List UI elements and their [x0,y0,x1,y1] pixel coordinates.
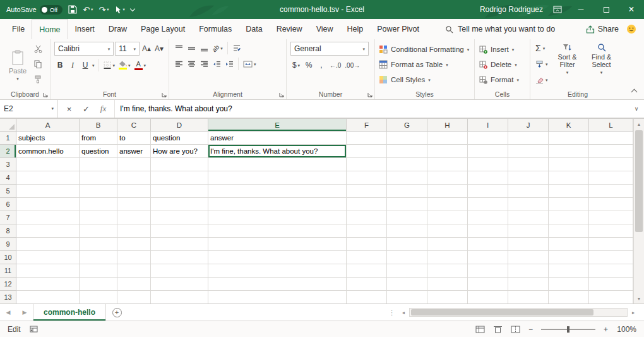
column-header-I[interactable]: I [468,119,508,132]
column-header-B[interactable]: B [80,119,117,132]
number-dialog-launcher-icon[interactable] [367,92,373,97]
undo-dropdown-icon[interactable]: ▾ [91,8,93,12]
row-header-9[interactable]: 9 [0,238,16,251]
cell-L4[interactable] [589,171,633,185]
increase-indent-button[interactable] [224,58,235,70]
cell-B7[interactable] [80,211,117,224]
cell-F6[interactable] [347,198,387,211]
vertical-scroll-track[interactable] [634,129,644,293]
cell-C6[interactable] [117,198,151,211]
cell-H12[interactable] [427,278,468,291]
cell-B13[interactable] [80,291,117,303]
cut-button[interactable] [34,44,42,56]
tab-help[interactable]: Help [340,19,371,39]
touch-mode-dropdown-icon[interactable]: ▾ [123,8,125,12]
tab-splitter-icon[interactable]: ⋮ [386,304,398,321]
zoom-slider[interactable] [541,329,595,330]
font-color-button[interactable]: A ▾ [133,59,148,71]
cancel-button[interactable]: × [61,104,78,114]
undo-button[interactable]: ↶ ▾ [83,6,93,14]
account-user-name[interactable]: Rodrigo Rodriguez [480,5,543,14]
cell-H13[interactable] [427,291,468,303]
cell-A5[interactable] [16,185,80,198]
tab-home[interactable]: Home [32,19,68,39]
conditional-formatting-button[interactable]: Conditional Formatting ▾ [379,42,470,56]
comma-style-button[interactable]: , [316,59,327,71]
cell-G12[interactable] [387,278,427,291]
cell-H3[interactable] [427,158,468,171]
cell-K3[interactable] [549,158,589,171]
cell-H4[interactable] [427,171,468,185]
cell-E3[interactable] [208,158,347,171]
scroll-left-icon[interactable]: ◂ [399,310,408,316]
cell-L8[interactable] [589,224,633,238]
tell-me-box[interactable]: Tell me what you want to do [445,19,555,39]
cell-B11[interactable] [80,264,117,278]
tab-file[interactable]: File [5,19,32,39]
cell-D8[interactable] [151,224,208,238]
cell-F8[interactable] [347,224,387,238]
cell-C13[interactable] [117,291,151,303]
cell-I6[interactable] [468,198,508,211]
cell-E6[interactable] [208,198,347,211]
format-as-table-button[interactable]: Format as Table ▾ [379,58,470,71]
cell-E1[interactable]: answer [208,132,347,145]
zoom-level[interactable]: 100% [616,325,636,334]
borders-button[interactable]: ▾ [102,59,117,71]
font-dialog-launcher-icon[interactable] [162,92,167,97]
align-right-button[interactable] [198,58,210,70]
cell-I7[interactable] [468,211,508,224]
column-header-H[interactable]: H [427,119,468,132]
cell-J10[interactable] [508,251,549,264]
page-layout-view-button[interactable] [493,326,503,333]
cell-H2[interactable] [427,145,468,158]
horizontal-scroll-thumb[interactable] [411,309,593,316]
tab-power-pivot[interactable]: Power Pivot [370,19,426,39]
cell-C9[interactable] [117,238,151,251]
cell-E5[interactable] [208,185,347,198]
cell-A8[interactable] [16,224,80,238]
cell-H9[interactable] [427,238,468,251]
cell-C11[interactable] [117,264,151,278]
insert-cells-button[interactable]: Insert ▾ [479,42,526,56]
cell-G6[interactable] [387,198,427,211]
scroll-down-icon[interactable]: ▼ [634,293,644,303]
cell-H8[interactable] [427,224,468,238]
horizontal-scrollbar[interactable]: ◂ ▸ [399,307,638,318]
cell-C4[interactable] [117,171,151,185]
tab-data[interactable]: Data [239,19,269,39]
formula-input[interactable]: I'm fine, thanks. What about you? [114,100,629,118]
cell-K2[interactable] [549,145,589,158]
cell-F12[interactable] [347,278,387,291]
fill-button[interactable]: ▾ [534,57,549,71]
cell-K9[interactable] [549,238,589,251]
cell-F9[interactable] [347,238,387,251]
cell-F5[interactable] [347,185,387,198]
align-center-button[interactable] [186,58,197,70]
cell-L13[interactable] [589,291,633,303]
cell-J9[interactable] [508,238,549,251]
cell-H11[interactable] [427,264,468,278]
cell-K13[interactable] [549,291,589,303]
cell-H6[interactable] [427,198,468,211]
cell-I8[interactable] [468,224,508,238]
cell-J8[interactable] [508,224,549,238]
cell-J7[interactable] [508,211,549,224]
chevron-down-icon[interactable]: ▾ [51,106,54,111]
cell-H10[interactable] [427,251,468,264]
increase-decimal-button[interactable]: ←.0 [328,59,342,71]
cell-C8[interactable] [117,224,151,238]
column-header-G[interactable]: G [387,119,427,132]
find-select-button[interactable]: Find & Select ▾ [586,41,617,89]
cell-E10[interactable] [208,251,347,264]
cell-L10[interactable] [589,251,633,264]
cell-L9[interactable] [589,238,633,251]
cell-K6[interactable] [549,198,589,211]
cell-A1[interactable]: subjects [16,132,80,145]
cell-J5[interactable] [508,185,549,198]
cell-I2[interactable] [468,145,508,158]
clipboard-dialog-launcher-icon[interactable] [43,92,48,97]
cell-I5[interactable] [468,185,508,198]
row-header-3[interactable]: 3 [0,158,16,171]
align-middle-button[interactable] [186,42,197,54]
